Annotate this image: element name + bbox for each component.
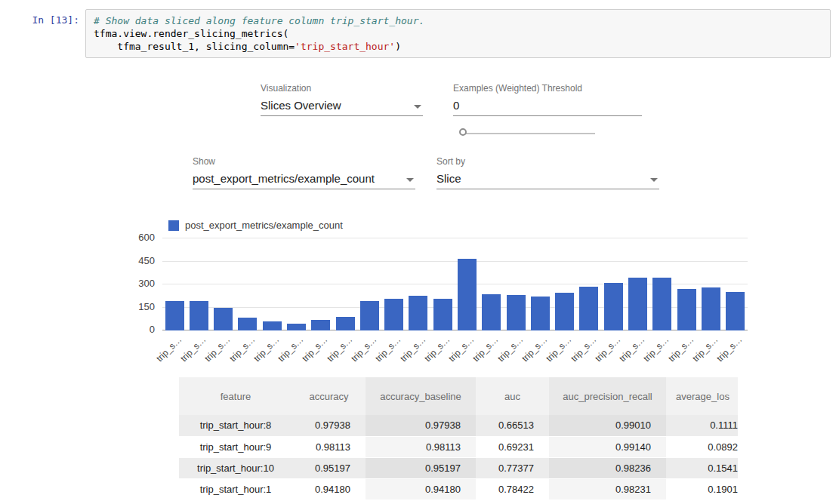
threshold-control: Examples (Weighted) Threshold — [453, 84, 642, 116]
bar[interactable] — [507, 295, 526, 330]
bar[interactable] — [311, 320, 330, 330]
code-line: tfma.view.render_slicing_metrics( — [94, 27, 822, 40]
metric-cell: 0.97938 — [366, 415, 476, 436]
bar[interactable] — [555, 293, 574, 330]
feature-cell: trip_start_hour:10 — [179, 457, 292, 478]
sort-by-label: Sort by — [436, 157, 659, 167]
code-line: tfma_result_1, slicing_column='trip_star… — [94, 40, 822, 53]
metric-cell: 0.1111 — [666, 415, 738, 436]
bar-slot — [260, 238, 284, 330]
sort-by-select[interactable]: Sort by Slice — [436, 157, 659, 189]
bar-slot — [553, 238, 577, 330]
metric-cell: 0.66513 — [476, 415, 549, 436]
bar-slot — [406, 238, 430, 330]
bar[interactable] — [702, 287, 720, 330]
x-axis-slot: trip_s… — [723, 330, 748, 362]
metric-cell: 0.94180 — [292, 478, 366, 499]
table-row[interactable]: trip_start_hour:10.941800.941800.784220.… — [179, 478, 738, 499]
y-axis-label: 300 — [138, 278, 155, 289]
slider-thumb[interactable] — [459, 128, 467, 136]
sort-by-value: Slice — [436, 173, 461, 185]
column-header-accuracy_baseline[interactable]: accuracy_baseline — [366, 377, 476, 415]
bar[interactable] — [263, 321, 282, 330]
bar[interactable] — [579, 287, 598, 330]
bar[interactable] — [409, 296, 427, 330]
threshold-slider[interactable] — [459, 128, 595, 140]
column-header-feature[interactable]: feature — [179, 377, 292, 415]
bar[interactable] — [604, 283, 623, 330]
bar[interactable] — [384, 299, 403, 330]
table-row[interactable]: trip_start_hour:100.951970.951970.773770… — [179, 457, 738, 478]
metric-cell: 0.69231 — [476, 436, 549, 457]
threshold-input[interactable] — [453, 100, 642, 112]
y-axis-label: 0 — [150, 324, 155, 335]
show-label: Show — [193, 157, 415, 167]
table-row[interactable]: trip_start_hour:90.981130.981130.692310.… — [179, 436, 738, 457]
bar-slot — [650, 238, 674, 330]
bar[interactable] — [458, 259, 477, 330]
bar[interactable] — [360, 301, 379, 330]
metric-cell: 0.77377 — [476, 457, 549, 478]
bar[interactable] — [433, 299, 452, 330]
bar-slot — [455, 238, 480, 330]
metric-cell: 0.0892 — [666, 436, 738, 457]
metric-cell: 0.95197 — [292, 457, 366, 478]
bar-slot — [480, 238, 504, 330]
code-line: # Show data sliced along feature column … — [94, 14, 822, 27]
show-metric-select[interactable]: Show post_export_metrics/example_count — [193, 157, 415, 189]
bar[interactable] — [336, 317, 355, 330]
bar-slot — [236, 238, 260, 330]
bar[interactable] — [287, 324, 306, 330]
chevron-down-icon[interactable] — [650, 178, 658, 182]
bar-slot — [577, 238, 601, 330]
column-header-accuracy[interactable]: accuracy — [292, 377, 366, 415]
column-header-auc_precision_recall[interactable]: auc_precision_recall — [549, 377, 666, 415]
metric-cell: 0.1541 — [666, 457, 738, 478]
bar[interactable] — [726, 292, 745, 330]
table-row[interactable]: trip_start_hour:80.979380.979380.665130.… — [179, 415, 738, 436]
metric-cell: 0.98113 — [292, 436, 366, 457]
chevron-down-icon[interactable] — [406, 178, 414, 182]
visualization-value: Slices Overview — [261, 100, 341, 112]
bar-slot — [601, 238, 625, 330]
bar-slot — [504, 238, 528, 330]
column-header-average_los[interactable]: average_los — [666, 377, 738, 415]
metric-cell: 0.78422 — [476, 478, 549, 499]
bar[interactable] — [628, 278, 647, 330]
bar-slot — [211, 238, 236, 330]
legend-label: post_export_metrics/example_count — [185, 220, 343, 231]
bar[interactable] — [190, 301, 208, 330]
feature-cell: trip_start_hour:8 — [179, 415, 292, 436]
visualization-select[interactable]: Visualization Slices Overview — [261, 84, 423, 116]
slider-track[interactable] — [466, 133, 595, 134]
code-editor[interactable]: # Show data sliced along feature column … — [85, 9, 831, 58]
bar-slot — [528, 238, 552, 330]
bar[interactable] — [165, 301, 184, 330]
bar[interactable] — [531, 297, 550, 330]
legend-swatch — [168, 220, 179, 231]
chevron-down-icon[interactable] — [414, 105, 421, 109]
metric-cell: 0.97938 — [292, 415, 366, 436]
bar[interactable] — [214, 308, 233, 330]
table-header-row: featureaccuracyaccuracy_baselineaucauc_p… — [179, 377, 738, 415]
x-axis-label: trip_s… — [154, 334, 184, 364]
bar-slot — [357, 238, 381, 330]
slices-overview-chart: post_export_metrics/example_count 015030… — [132, 220, 748, 362]
column-header-auc[interactable]: auc — [476, 377, 549, 415]
bar-slot — [162, 238, 187, 330]
metric-cell: 0.94180 — [366, 478, 476, 499]
bar[interactable] — [652, 278, 671, 330]
bar[interactable] — [677, 289, 696, 330]
bars — [162, 238, 748, 330]
bar-slot — [309, 238, 333, 330]
bar[interactable] — [238, 318, 257, 330]
bar-slot — [382, 238, 406, 330]
metric-cell: 0.98113 — [366, 436, 476, 457]
bar[interactable] — [482, 294, 501, 330]
y-axis: 0150300450600 — [132, 238, 162, 330]
bar-slot — [333, 238, 357, 330]
feature-cell: trip_start_hour:1 — [179, 478, 292, 499]
metric-cell: 0.98231 — [549, 478, 666, 499]
y-axis-label: 450 — [138, 256, 155, 266]
threshold-label: Examples (Weighted) Threshold — [453, 84, 642, 94]
